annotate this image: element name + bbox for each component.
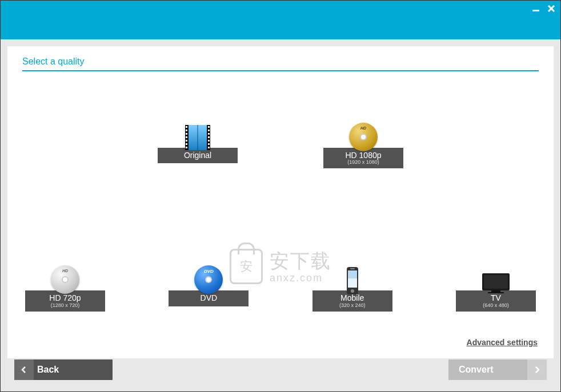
phone-icon — [336, 265, 368, 297]
svg-rect-12 — [186, 143, 187, 145]
svg-rect-6 — [197, 125, 198, 150]
svg-rect-11 — [186, 140, 187, 142]
quality-grid: Original HD HD 1080p (1 — [22, 77, 539, 334]
quality-sublabel: (640 x 480) — [458, 303, 534, 308]
main-panel: Select a quality — [7, 46, 554, 358]
minimize-icon — [532, 4, 540, 12]
svg-rect-15 — [208, 130, 210, 131]
disc-text: HD — [62, 269, 68, 273]
quality-row-2: HD HD 720p (1280 x 720) — [22, 265, 539, 311]
hd-disc-gold-icon: HD — [347, 123, 379, 155]
svg-rect-17 — [208, 136, 210, 138]
svg-rect-7 — [186, 126, 187, 128]
svg-rect-10 — [186, 136, 187, 138]
svg-rect-19 — [208, 143, 210, 145]
svg-rect-18 — [208, 140, 210, 142]
chevron-right-box — [527, 359, 547, 380]
disc-text: HD — [360, 126, 366, 130]
quality-option-tv[interactable]: TV (640 x 480) — [456, 265, 536, 311]
svg-rect-8 — [186, 130, 187, 131]
close-icon — [548, 5, 555, 12]
svg-point-24 — [351, 289, 354, 293]
hd-disc-silver-icon: HD — [49, 265, 81, 297]
svg-rect-9 — [186, 133, 187, 135]
content-area: Select a quality — [1, 39, 560, 391]
quality-row-1: Original HD HD 1080p (1 — [22, 123, 539, 168]
close-button[interactable] — [548, 4, 555, 14]
convert-button-label: Convert — [459, 365, 493, 375]
footer-nav: Back Convert — [7, 358, 554, 385]
svg-rect-29 — [488, 292, 504, 293]
quality-option-original[interactable]: Original — [158, 123, 238, 168]
svg-rect-25 — [350, 268, 355, 269]
svg-rect-13 — [186, 147, 187, 148]
convert-button[interactable]: Convert — [448, 359, 547, 380]
quality-option-hd720[interactable]: HD HD 720p (1280 x 720) — [25, 265, 105, 311]
advanced-settings-link[interactable]: Advanced settings — [22, 334, 539, 350]
chevron-left-icon — [20, 366, 28, 374]
svg-rect-16 — [208, 133, 210, 135]
back-button-label: Back — [37, 365, 59, 375]
film-icon — [182, 123, 214, 155]
quality-option-hd1080[interactable]: HD HD 1080p (1920 x 1080) — [323, 123, 403, 168]
chevron-left-box — [14, 359, 34, 380]
quality-option-mobile[interactable]: Mobile (320 x 240) — [312, 265, 392, 311]
panel-divider — [22, 70, 539, 71]
title-bar — [1, 1, 560, 39]
back-button[interactable]: Back — [14, 359, 113, 380]
dvd-disc-icon: DVD — [193, 265, 225, 297]
chevron-right-icon — [533, 366, 541, 374]
quality-sublabel: (320 x 240) — [315, 303, 390, 308]
svg-rect-14 — [208, 126, 210, 128]
svg-rect-0 — [532, 10, 539, 11]
svg-rect-23 — [348, 270, 357, 278]
quality-sublabel: (1280 x 720) — [27, 303, 103, 308]
tv-icon — [480, 265, 512, 297]
svg-rect-27 — [484, 275, 508, 289]
svg-rect-28 — [491, 290, 500, 292]
disc-text: DVD — [204, 269, 214, 274]
app-window: Select a quality — [0, 0, 561, 392]
panel-title: Select a quality — [22, 56, 539, 70]
quality-option-dvd[interactable]: DVD DVD — [169, 265, 249, 311]
minimize-button[interactable] — [532, 4, 540, 14]
svg-rect-20 — [208, 147, 210, 148]
quality-sublabel: (1920 x 1080) — [326, 160, 401, 165]
